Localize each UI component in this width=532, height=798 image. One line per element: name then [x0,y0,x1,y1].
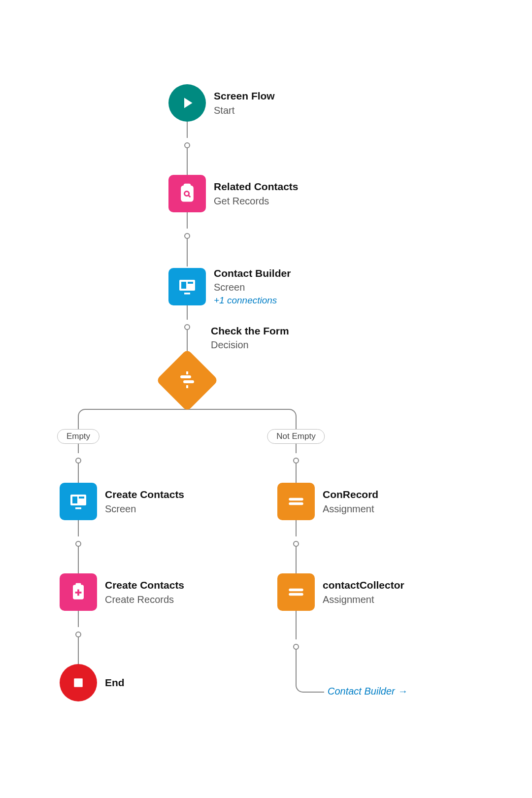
svg-rect-14 [79,497,84,499]
node-title: Check the Form [211,324,309,337]
node-subtitle: Create Records [105,593,203,606]
node-labels: Create Contacts Create Records [105,578,203,605]
node-labels: Related Contacts Get Records [214,180,312,207]
start-node[interactable]: Screen Flow Start [168,84,312,122]
connector [187,122,188,138]
connector [187,238,188,266]
node-subtitle: Screen [214,281,312,294]
clipboard-plus-icon [60,573,97,611]
node-subtitle: Screen [105,502,203,515]
branch-label-not-empty[interactable]: Not Empty [267,429,325,444]
connector [78,546,79,573]
svg-rect-17 [76,583,81,587]
node-labels: End [105,676,203,689]
svg-rect-10 [186,385,188,388]
play-icon [168,84,206,122]
svg-rect-15 [75,507,81,509]
end-node[interactable]: End [60,664,203,701]
connector [78,463,79,483]
screen-icon [168,268,206,305]
svg-rect-13 [72,497,77,503]
svg-rect-5 [181,282,186,289]
connector [309,692,324,693]
loopback-link[interactable]: Contact Builder → [328,686,407,697]
node-title: Contact Builder [214,266,312,280]
node-labels: contactCollector Assignment [323,578,421,605]
node-subtitle: Decision [211,338,309,351]
svg-rect-8 [180,375,191,378]
svg-rect-9 [183,380,194,383]
decision-node[interactable] [165,358,209,402]
screen-icon [60,483,97,520]
node-title: End [105,676,203,689]
connector [78,611,79,627]
node-title: ConRecord [323,488,421,501]
assignment-icon [277,483,315,520]
contactcollector-node[interactable]: contactCollector Assignment [277,573,421,611]
connector [187,148,188,175]
connector [78,637,79,664]
conrecord-node[interactable]: ConRecord Assignment [277,483,421,520]
svg-rect-1 [185,185,190,188]
connector-corner [296,678,310,693]
connector [296,611,297,639]
node-subtitle: Start [214,104,312,117]
node-labels: Create Contacts Screen [105,488,203,515]
node-labels: ConRecord Assignment [323,488,421,515]
node-subtitle: Assignment [323,502,421,515]
decision-icon [175,368,199,392]
connector [296,649,297,679]
assignment-icon [277,573,315,611]
svg-rect-11 [186,371,188,374]
connector [296,520,297,536]
flow-canvas: Screen Flow Start Related Contacts Get R… [0,0,532,798]
svg-rect-7 [184,293,190,295]
svg-rect-22 [289,502,303,505]
svg-rect-6 [188,282,193,284]
svg-rect-21 [289,498,303,501]
connector-corner [282,409,297,424]
create-records-node[interactable]: Create Contacts Create Records [60,573,203,611]
node-subtitle: Get Records [214,195,312,207]
node-extra[interactable]: +1 connections [214,295,312,307]
node-title: Related Contacts [214,180,312,193]
connector-corner [78,409,93,424]
create-contacts-screen-node[interactable]: Create Contacts Screen [60,483,203,520]
clipboard-search-icon [168,175,206,212]
node-title: Create Contacts [105,578,203,592]
node-title: contactCollector [323,578,421,592]
node-title: Screen Flow [214,89,312,102]
node-labels: Screen Flow Start [214,89,312,116]
svg-rect-24 [289,593,303,596]
stop-icon [60,664,97,701]
svg-rect-23 [289,589,303,592]
connector [296,546,297,573]
decision-labels: Check the Form Decision [211,324,309,351]
connector [296,463,297,483]
contact-builder-node[interactable]: Contact Builder Screen +1 connections [168,266,312,307]
node-labels: Contact Builder Screen +1 connections [214,266,312,307]
get-records-node[interactable]: Related Contacts Get Records [168,175,312,212]
svg-rect-20 [74,678,83,687]
node-title: Create Contacts [105,488,203,501]
node-subtitle: Assignment [323,593,421,606]
connector [78,520,79,536]
branch-label-empty[interactable]: Empty [57,429,100,444]
connector [187,212,188,229]
